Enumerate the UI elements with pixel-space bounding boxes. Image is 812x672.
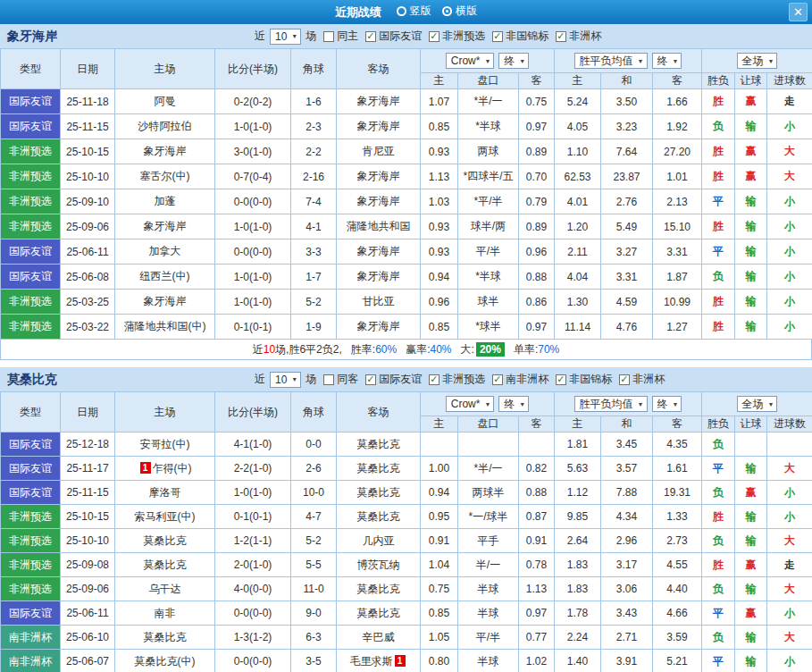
match-date: 25-10-15 — [61, 505, 115, 529]
match-date: 25-10-10 — [61, 164, 115, 189]
corner-score: 5-5 — [291, 553, 337, 577]
checkbox-icon — [365, 374, 376, 385]
select-value: 终 — [504, 397, 515, 412]
summary-rate3-badge: 20% — [476, 342, 505, 357]
result-goals: 小 — [767, 650, 812, 672]
avg-type-select[interactable]: 胜平负均值▼ — [574, 53, 648, 69]
recent-count-select[interactable]: 10▼ — [270, 372, 301, 388]
result-goals: 小 — [767, 114, 812, 139]
filter-checkbox-南非洲杯[interactable]: 南非洲杯 — [492, 372, 548, 387]
filter-checkbox-非洲预选[interactable]: 非洲预选 — [429, 29, 485, 44]
filter-checkbox-国际友谊[interactable]: 国际友谊 — [365, 372, 422, 387]
avg-home: 1.78 — [555, 601, 601, 626]
match-date: 25-11-18 — [61, 89, 115, 114]
match-row: 非洲预选25-10-10莫桑比克1-2(1-1)5-2几内亚0.91平手0.91… — [1, 529, 812, 553]
match-row: 非洲预选25-10-15象牙海岸3-0(1-0)2-2肯尼亚0.93两球0.89… — [1, 139, 812, 164]
filter-checkbox-非洲预选[interactable]: 非洲预选 — [429, 372, 485, 387]
checkbox-icon — [323, 31, 334, 42]
filter-checkbox-同主[interactable]: 同主 — [323, 29, 358, 44]
match-score: 0-0(0-0) — [215, 650, 291, 672]
corner-score: 2-3 — [291, 114, 337, 139]
filter-checkbox-国际友谊[interactable]: 国际友谊 — [365, 29, 422, 44]
odds-away: 0.97 — [519, 601, 555, 626]
match-row: 南非洲杯25-06-07莫桑比克(中)0-0(0-0)3-5毛里求斯10.80半… — [1, 650, 812, 672]
summary-games: 10 — [264, 343, 275, 356]
avg-away: 27.20 — [653, 139, 702, 164]
col-header-let: 让球 — [735, 73, 767, 89]
odds-final-select[interactable]: 终▼ — [498, 396, 529, 412]
col-header-odds-away: 客 — [519, 416, 555, 433]
match-row: 非洲预选25-03-25象牙海岸1-0(1-0)5-2甘比亚0.96球半0.86… — [1, 290, 812, 315]
layout-vertical-radio[interactable]: 竖版 — [397, 4, 431, 19]
result-goals: 大 — [767, 626, 812, 650]
avg-final-select[interactable]: 终▼ — [652, 396, 682, 412]
avg-away: 1.66 — [653, 89, 702, 114]
result-goals: 走 — [767, 553, 812, 577]
result-goals: 小 — [767, 265, 812, 290]
result-goals — [767, 433, 812, 457]
odds-company-select[interactable]: Crow*▼ — [446, 53, 495, 69]
match-date: 25-11-17 — [61, 457, 115, 481]
avg-type-select[interactable]: 胜平负均值▼ — [574, 396, 648, 412]
avg-home: 11.14 — [555, 315, 601, 340]
match-type-badge: 南非洲杯 — [1, 650, 61, 672]
match-score: 0-0(0-0) — [215, 601, 291, 626]
scope-select[interactable]: 全场▼ — [737, 53, 778, 69]
avg-away: 1.87 — [653, 265, 702, 290]
filter-checkbox-同客[interactable]: 同客 — [323, 372, 358, 387]
chevron-down-icon: ▼ — [768, 58, 774, 64]
filter-checkbox-非洲杯[interactable]: 非洲杯 — [556, 29, 601, 44]
odds-home: 0.85 — [421, 114, 458, 139]
avg-final-select[interactable]: 终▼ — [652, 53, 682, 69]
odds-home: 0.94 — [421, 481, 458, 505]
odds-home: 1.05 — [421, 626, 458, 650]
avg-draw: 23.87 — [601, 164, 653, 189]
result-handicap: 赢 — [735, 481, 767, 505]
filter-checkbox-非国锦标[interactable]: 非国锦标 — [492, 29, 548, 44]
match-row: 国际友谊25-11-171乍得(中)2-2(1-0)2-6莫桑比克1.00*半/… — [1, 457, 812, 481]
match-date: 25-06-11 — [61, 239, 115, 265]
match-score: 1-2(1-1) — [215, 529, 291, 553]
odds-company-select[interactable]: Crow*▼ — [446, 396, 495, 412]
close-button[interactable]: ✕ — [789, 3, 808, 21]
avg-home: 2.24 — [555, 626, 601, 650]
odds-away — [519, 433, 555, 457]
scope-select[interactable]: 全场▼ — [737, 396, 778, 412]
summary-rate2: 40% — [431, 343, 452, 356]
recent-count-select[interactable]: 10▼ — [270, 29, 301, 45]
match-type-badge: 非洲预选 — [1, 164, 61, 189]
chevron-down-icon: ▼ — [673, 58, 679, 64]
radio-horizontal-label: 横版 — [456, 4, 477, 19]
odds-away: 0.75 — [519, 89, 555, 114]
result-wdl: 负 — [702, 265, 735, 290]
avg-home: 4.05 — [555, 114, 601, 139]
col-header-date: 日期 — [61, 49, 115, 89]
home-team: 象牙海岸 — [115, 139, 215, 164]
away-team: 几内亚 — [337, 529, 421, 553]
match-date: 25-11-15 — [61, 481, 115, 505]
avg-away: 1.01 — [653, 164, 702, 189]
result-wdl: 胜 — [702, 315, 735, 340]
odds-final-select[interactable]: 终▼ — [498, 53, 529, 69]
odds-handicap: *平/半 — [458, 189, 519, 214]
odds-handicap: *四球半/五 — [458, 164, 519, 189]
filter-bar: 近10▼场同客国际友谊非洲预选南非洲杯非国锦标非洲杯 — [255, 372, 665, 388]
checkbox-icon — [429, 31, 439, 42]
scope-select-cell: 全场▼ — [702, 392, 812, 416]
result-handicap: 输 — [735, 290, 767, 315]
filter-checkbox-非洲杯[interactable]: 非洲杯 — [619, 372, 665, 387]
select-value: 全场 — [742, 397, 764, 412]
corner-score: 4-1 — [291, 214, 337, 239]
result-goals: 大 — [767, 164, 812, 189]
filter-checkbox-非国锦标[interactable]: 非国锦标 — [556, 372, 612, 387]
result-wdl: 负 — [702, 626, 735, 650]
odds-home: 0.93 — [421, 239, 458, 265]
result-wdl: 平 — [702, 650, 735, 672]
match-row: 南非洲杯25-06-10莫桑比克1-3(1-2)6-3辛巴威1.05平/半0.7… — [1, 626, 812, 650]
match-row: 国际友谊25-11-18阿曼0-2(0-2)1-6象牙海岸1.07*半/一0.7… — [1, 89, 812, 114]
layout-horizontal-radio[interactable]: 横版 — [442, 4, 477, 19]
odds-handicap: *半球 — [458, 265, 519, 290]
summary-rate3-label: 大: — [461, 342, 474, 357]
away-team: 博茨瓦纳 — [337, 553, 421, 577]
home-team: 象牙海岸 — [115, 214, 215, 239]
